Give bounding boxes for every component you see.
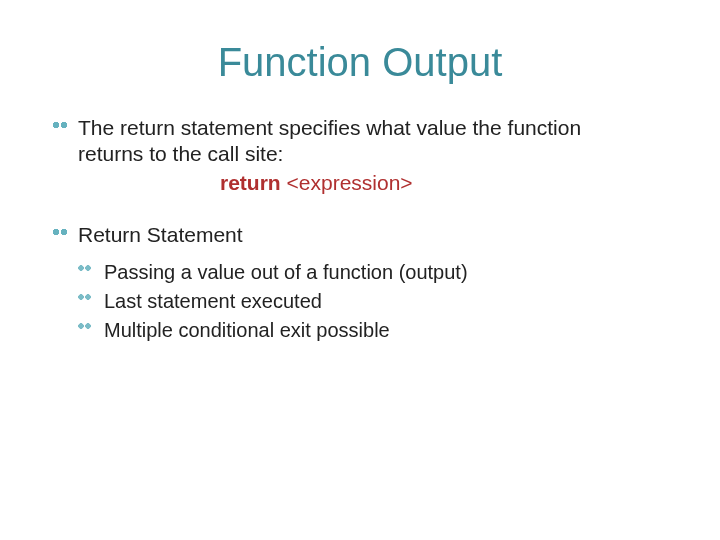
text-line-1: The return statement specifies what valu… <box>78 116 581 139</box>
bullet-return-statement: Return Statement <box>50 222 670 248</box>
bullet-return-description: The return statement specifies what valu… <box>50 115 670 168</box>
subbullet-passing-value: Passing a value out of a function (outpu… <box>76 258 670 287</box>
subbullet-multiple-exit: Multiple conditional exit possible <box>76 316 670 345</box>
keyword-return: return <box>220 171 281 194</box>
slide: Function Output The return statement spe… <box>0 0 720 540</box>
code-example: return <expression> <box>50 170 670 196</box>
slide-title: Function Output <box>50 40 670 85</box>
subbullet-last-statement: Last statement executed <box>76 287 670 316</box>
expression-placeholder: <expression> <box>287 171 413 194</box>
text-line-2: returns to the call site: <box>78 142 283 165</box>
